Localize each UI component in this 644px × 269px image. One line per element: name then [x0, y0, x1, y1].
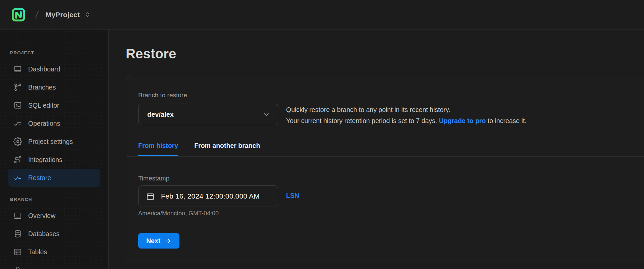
description-line-2: Your current history retention period is… [286, 115, 527, 126]
sidebar-item-label: Restore [28, 174, 51, 182]
branch-select-value: dev/alex [147, 111, 262, 118]
timezone-note: America/Moncton, GMT-04:00 [138, 210, 219, 217]
timestamp-input[interactable]: Feb 16, 2024 12:00:00.000 AM [138, 185, 278, 207]
sidebar-item-label: Tables [28, 248, 47, 256]
sidebar-section-label: PROJECT [10, 50, 108, 55]
next-button-label: Next [146, 237, 160, 245]
sidebar-item-label: Operations [28, 120, 60, 127]
topbar: / MyProject [0, 0, 644, 30]
chevron-down-icon [262, 110, 270, 118]
timestamp-label: Timestamp [138, 175, 169, 182]
table-icon [13, 248, 22, 256]
sidebar-item-branches[interactable]: Branches [8, 78, 100, 96]
tab-from-history[interactable]: From history [138, 142, 178, 156]
arrow-right-icon [164, 237, 171, 245]
timestamp-value: Feb 16, 2024 12:00:00.000 AM [161, 192, 260, 200]
lsn-link[interactable]: LSN [286, 192, 299, 200]
sidebar-item-label: Branches [28, 84, 56, 91]
page-title: Restore [126, 46, 176, 61]
dashboard-icon [13, 65, 22, 73]
chevrons-up-down-icon[interactable] [85, 11, 91, 18]
database-icon [13, 229, 22, 238]
branch-select[interactable]: dev/alex [138, 104, 278, 125]
restore-tabs: From history From another branch [138, 142, 276, 156]
operations-checklist-icon [13, 119, 22, 128]
sidebar-item-cutoff[interactable] [8, 261, 100, 269]
next-button[interactable]: Next [138, 233, 179, 249]
sidebar: PROJECT Dashboard [0, 30, 109, 269]
main-content: Restore Branch to restore dev/alex Quick… [109, 30, 644, 269]
restore-description: Quickly restore a branch to any point in… [286, 104, 527, 126]
terminal-icon [13, 101, 22, 110]
restore-checklist-icon [13, 173, 22, 182]
sidebar-item-label: Databases [28, 230, 59, 238]
user-icon [13, 266, 22, 269]
route-icon [13, 155, 22, 164]
description-line-1: Quickly restore a branch to any point in… [286, 104, 527, 115]
sidebar-item-project-settings[interactable]: Project settings [8, 132, 100, 151]
sidebar-item-label: Dashboard [28, 65, 60, 73]
sidebar-item-tables[interactable]: Tables [8, 243, 100, 261]
window-icon [13, 211, 22, 220]
gear-icon [13, 137, 22, 146]
sidebar-item-label: SQL editor [28, 102, 59, 109]
sidebar-item-restore[interactable]: Restore [8, 169, 100, 187]
tabs-divider [126, 156, 644, 157]
calendar-icon [146, 192, 155, 201]
tab-from-another-branch[interactable]: From another branch [194, 142, 260, 156]
sidebar-item-operations[interactable]: Operations [8, 114, 100, 132]
sidebar-item-label: Project settings [28, 138, 73, 146]
sidebar-item-dashboard[interactable]: Dashboard [8, 60, 100, 78]
sidebar-section-label: BRANCH [10, 197, 108, 202]
sidebar-item-integrations[interactable]: Integrations [8, 151, 100, 169]
sidebar-section-project: PROJECT Dashboard [0, 50, 108, 187]
branch-to-restore-label: Branch to restore [138, 92, 187, 99]
sidebar-item-label: Overview [28, 212, 55, 220]
sidebar-item-overview[interactable]: Overview [8, 207, 100, 225]
git-branch-icon [13, 83, 22, 92]
sidebar-section-branch: BRANCH Overview [0, 197, 108, 269]
breadcrumb-separator: / [35, 9, 39, 20]
sidebar-item-databases[interactable]: Databases [8, 225, 100, 243]
sidebar-item-sql-editor[interactable]: SQL editor [8, 96, 100, 114]
sidebar-item-label: Integrations [28, 156, 62, 164]
breadcrumb-project-name[interactable]: MyProject [46, 11, 80, 19]
upgrade-to-pro-link[interactable]: Upgrade to pro [439, 117, 486, 124]
restore-card: Branch to restore dev/alex Quickly resto… [126, 76, 644, 261]
neon-logo-icon[interactable] [10, 6, 27, 23]
